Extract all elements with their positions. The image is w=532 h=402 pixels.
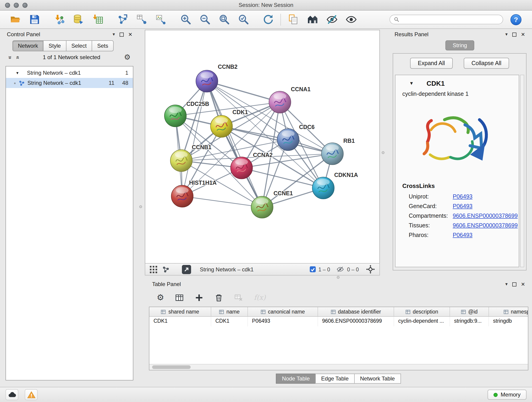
float-panel-icon[interactable]: ▾ [505,282,508,287]
add-column-icon[interactable] [195,293,203,302]
float-panel-icon[interactable]: ▾ [113,32,115,37]
collapse-all-button[interactable]: Collapse All [464,58,509,69]
left-splitter-handle[interactable] [139,205,142,208]
tab-node-table[interactable]: Node Table [276,374,316,384]
expand-all-icon[interactable]: » [14,56,20,59]
network-node-CCNA1[interactable]: CCNA1 [269,86,311,113]
network-node-CCNE1[interactable]: CCNE1 [251,190,293,218]
new-network-button[interactable] [115,13,129,26]
column-header[interactable]: canonical name [248,307,318,316]
network-edge[interactable] [207,81,262,207]
crosslink-link[interactable]: 9606.ENSP00000378699 [453,222,518,229]
crosslink-link[interactable]: 9606.ENSP00000378699 [453,212,518,219]
grid-view-icon[interactable] [150,266,157,273]
collapse-all-icon[interactable]: » [7,56,13,59]
network-node-RB1[interactable]: RB1 [322,138,355,165]
tab-network-table[interactable]: Network Table [354,374,401,384]
maximize-panel-icon[interactable] [512,32,516,36]
fit-content-crosshair-icon[interactable] [366,265,375,274]
zoom-in-button[interactable] [179,13,192,26]
graphics-details-button[interactable] [306,13,319,26]
show-columns-icon[interactable] [175,293,184,302]
column-header[interactable]: name [211,307,248,316]
open-session-button[interactable] [8,13,22,26]
tab-network[interactable]: Network [12,40,44,51]
table-cell[interactable]: cyclin-dependent ... [394,317,450,326]
collapse-triangle-icon[interactable]: ▼ [16,71,19,75]
network-edge[interactable] [182,196,262,207]
table-cell[interactable]: CDK1 [211,317,248,326]
crosslink-link[interactable]: P06493 [453,232,472,238]
tab-select[interactable]: Select [66,40,92,51]
zoom-selected-button[interactable] [236,13,250,26]
network-node-CDC25B[interactable]: CDC25B [165,101,209,127]
column-header[interactable]: description [394,307,450,316]
column-header[interactable]: namespace [489,307,528,316]
save-session-button[interactable] [27,13,41,26]
zoom-out-button[interactable] [198,13,212,26]
import-table-from-file-button[interactable] [91,13,104,26]
close-panel-icon[interactable]: ✕ [521,282,525,287]
memory-button[interactable]: Memory [487,390,526,400]
close-panel-icon[interactable]: ✕ [521,32,525,37]
table-cell[interactable]: stringdb:9... [450,317,489,326]
tab-edge-table[interactable]: Edge Table [315,374,355,384]
network-row[interactable]: ● String Network – cdk1 11 48 [6,78,133,88]
window-close-button[interactable] [5,2,10,7]
hide-selected-button[interactable] [325,13,339,26]
search-input[interactable] [402,16,499,23]
network-from-table-button[interactable] [135,13,148,26]
window-minimize-button[interactable] [14,2,19,7]
network-node-HIST1H1A[interactable]: HIST1H1A [171,179,217,207]
warnings-button[interactable] [25,389,38,400]
search-field[interactable] [389,15,503,24]
results-scrollbar[interactable] [520,75,524,267]
table-cell[interactable]: CDK1 [149,317,211,326]
maximize-panel-icon[interactable] [120,32,124,36]
network-edge[interactable] [182,81,207,196]
maximize-panel-icon[interactable] [512,282,516,286]
table-cell[interactable]: stringdb [489,317,528,326]
copy-style-button[interactable] [286,13,300,26]
table-horizontal-scrollbar[interactable] [149,364,528,370]
network-node-CCNB1[interactable]: CCNB1 [171,144,212,172]
network-node-CDKN1A[interactable]: CDKN1A [312,172,358,199]
table-row[interactable]: CDK1 CDK1 P06493 9606.ENSP00000378699 cy… [149,317,528,326]
float-panel-icon[interactable]: ▾ [505,32,508,37]
right-splitter-handle[interactable] [382,151,385,154]
show-all-button[interactable] [344,13,358,26]
column-header[interactable]: @id [450,307,489,316]
network-node-CDK1[interactable]: CDK1 [210,109,248,138]
network-from-image-button[interactable] [154,13,168,26]
close-panel-icon[interactable]: ✕ [128,32,133,37]
scrollbar-thumb[interactable] [152,365,191,369]
window-zoom-button[interactable] [22,2,27,7]
tab-string[interactable]: String [445,40,475,51]
bottom-splitter-handle[interactable] [337,276,340,279]
import-network-from-database-button[interactable] [71,13,85,26]
table-cell[interactable]: P06493 [248,317,318,326]
table-cell[interactable]: 9606.ENSP00000378699 [318,317,394,326]
column-header[interactable]: database identifier [318,307,394,316]
network-overview-icon[interactable] [162,266,170,273]
network-view[interactable]: CCNB2CCNA1CDC25BCDK1CDC6RB1CCNB1CCNA2CDK… [145,30,380,263]
table-options-gear-icon[interactable]: ⚙ [157,293,164,302]
delete-column-icon[interactable] [215,293,223,302]
crosslink-link[interactable]: P06493 [453,193,472,200]
apply-layout-button[interactable] [261,13,275,26]
network-graph[interactable]: CCNB2CCNA1CDC25BCDK1CDC6RB1CCNB1CCNA2CDK… [145,30,380,263]
collapse-section-icon[interactable]: ▼ [409,81,414,86]
zoom-fit-button[interactable] [217,13,231,26]
import-network-from-file-button[interactable] [52,13,66,26]
column-header[interactable]: shared name [149,307,211,316]
tab-sets[interactable]: Sets [92,40,114,51]
export-view-button[interactable] [182,265,191,274]
network-options-gear-icon[interactable]: ⚙ [124,54,131,61]
cloud-status-button[interactable] [6,389,18,400]
help-button[interactable]: ? [510,13,522,26]
crosslink-link[interactable]: P06493 [453,203,472,209]
tab-style[interactable]: Style [43,40,66,51]
network-edge[interactable] [207,81,280,102]
network-collection-row[interactable]: ▼ String Network – cdk1 1 [6,68,133,78]
expand-all-button[interactable]: Expand All [410,58,453,69]
